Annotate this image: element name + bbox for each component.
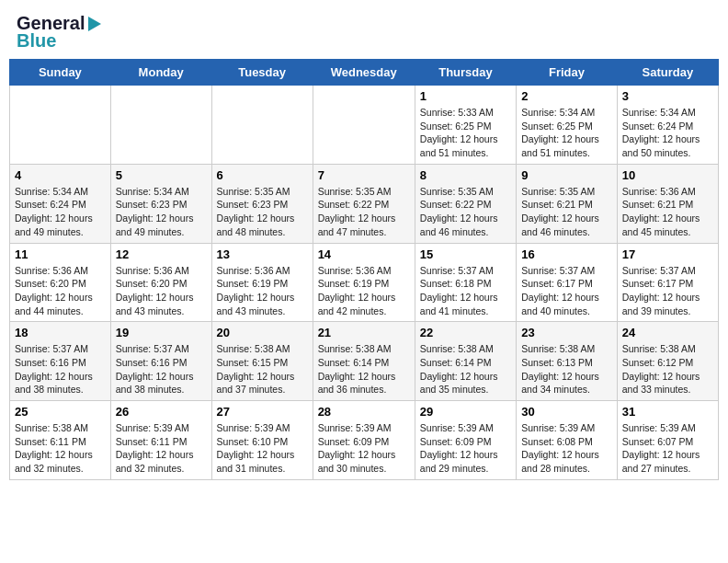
day-number: 3 (622, 89, 713, 103)
calendar-cell: 25Sunrise: 5:38 AMSunset: 6:11 PMDayligh… (10, 401, 111, 480)
day-number: 5 (116, 168, 207, 182)
calendar-cell: 19Sunrise: 5:37 AMSunset: 6:16 PMDayligh… (110, 322, 211, 401)
logo: General Blue (17, 13, 101, 52)
day-info: Sunrise: 5:35 AMSunset: 6:21 PMDaylight:… (521, 185, 612, 239)
day-info: Sunrise: 5:34 AMSunset: 6:23 PMDaylight:… (116, 185, 207, 239)
day-number: 28 (318, 405, 410, 419)
calendar-cell: 16Sunrise: 5:37 AMSunset: 6:17 PMDayligh… (517, 243, 618, 322)
day-info: Sunrise: 5:33 AMSunset: 6:25 PMDaylight:… (420, 106, 511, 160)
calendar-cell: 2Sunrise: 5:34 AMSunset: 6:25 PMDaylight… (517, 86, 618, 165)
day-number: 9 (521, 168, 612, 182)
calendar-cell: 4Sunrise: 5:34 AMSunset: 6:24 PMDaylight… (10, 164, 111, 243)
calendar-cell (110, 86, 211, 165)
day-number: 26 (116, 405, 207, 419)
calendar-header-row: SundayMondayTuesdayWednesdayThursdayFrid… (10, 60, 719, 86)
header-day-saturday: Saturday (617, 60, 718, 86)
day-info: Sunrise: 5:38 AMSunset: 6:14 PMDaylight:… (420, 342, 511, 396)
calendar-cell: 31Sunrise: 5:39 AMSunset: 6:07 PMDayligh… (617, 401, 718, 480)
day-number: 18 (15, 326, 106, 339)
header-day-monday: Monday (110, 60, 211, 86)
calendar-cell: 26Sunrise: 5:39 AMSunset: 6:11 PMDayligh… (110, 401, 211, 480)
calendar-cell (313, 86, 415, 165)
calendar-cell: 1Sunrise: 5:33 AMSunset: 6:25 PMDaylight… (415, 86, 516, 165)
logo-arrow-icon (88, 17, 101, 31)
calendar-cell: 30Sunrise: 5:39 AMSunset: 6:08 PMDayligh… (517, 401, 618, 480)
calendar-week-3: 11Sunrise: 5:36 AMSunset: 6:20 PMDayligh… (10, 243, 719, 322)
day-number: 6 (217, 168, 308, 182)
day-number: 16 (521, 247, 612, 261)
day-info: Sunrise: 5:37 AMSunset: 6:18 PMDaylight:… (420, 264, 511, 318)
day-number: 22 (420, 326, 511, 339)
day-info: Sunrise: 5:38 AMSunset: 6:15 PMDaylight:… (217, 342, 308, 396)
calendar-cell: 21Sunrise: 5:38 AMSunset: 6:14 PMDayligh… (313, 322, 415, 401)
calendar-cell: 18Sunrise: 5:37 AMSunset: 6:16 PMDayligh… (10, 322, 111, 401)
day-info: Sunrise: 5:37 AMSunset: 6:16 PMDaylight:… (15, 342, 106, 396)
calendar-cell (211, 86, 313, 165)
calendar-cell: 24Sunrise: 5:38 AMSunset: 6:12 PMDayligh… (617, 322, 718, 401)
day-number: 19 (116, 326, 207, 339)
day-number: 29 (420, 405, 511, 419)
calendar-cell: 20Sunrise: 5:38 AMSunset: 6:15 PMDayligh… (211, 322, 313, 401)
day-number: 24 (622, 326, 713, 339)
day-info: Sunrise: 5:37 AMSunset: 6:17 PMDaylight:… (622, 264, 713, 318)
calendar-cell: 14Sunrise: 5:36 AMSunset: 6:19 PMDayligh… (313, 243, 415, 322)
calendar-cell: 28Sunrise: 5:39 AMSunset: 6:09 PMDayligh… (313, 401, 415, 480)
day-info: Sunrise: 5:38 AMSunset: 6:13 PMDaylight:… (521, 342, 612, 396)
day-info: Sunrise: 5:35 AMSunset: 6:23 PMDaylight:… (217, 185, 308, 239)
day-info: Sunrise: 5:38 AMSunset: 6:12 PMDaylight:… (622, 342, 713, 396)
day-number: 11 (15, 247, 106, 261)
calendar-table: SundayMondayTuesdayWednesdayThursdayFrid… (9, 59, 719, 480)
day-number: 1 (420, 89, 511, 103)
day-number: 17 (622, 247, 713, 261)
day-number: 2 (521, 89, 612, 103)
header-day-sunday: Sunday (10, 60, 111, 86)
day-info: Sunrise: 5:34 AMSunset: 6:24 PMDaylight:… (15, 185, 106, 239)
day-info: Sunrise: 5:39 AMSunset: 6:11 PMDaylight:… (116, 421, 207, 476)
calendar-cell: 29Sunrise: 5:39 AMSunset: 6:09 PMDayligh… (415, 401, 516, 480)
calendar-week-2: 4Sunrise: 5:34 AMSunset: 6:24 PMDaylight… (10, 164, 719, 243)
day-number: 23 (521, 326, 612, 339)
calendar-cell: 9Sunrise: 5:35 AMSunset: 6:21 PMDaylight… (517, 164, 618, 243)
day-info: Sunrise: 5:35 AMSunset: 6:22 PMDaylight:… (420, 185, 511, 239)
day-info: Sunrise: 5:38 AMSunset: 6:11 PMDaylight:… (15, 421, 106, 476)
calendar-week-5: 25Sunrise: 5:38 AMSunset: 6:11 PMDayligh… (10, 401, 719, 480)
calendar-cell: 7Sunrise: 5:35 AMSunset: 6:22 PMDaylight… (313, 164, 415, 243)
header-day-thursday: Thursday (415, 60, 516, 86)
day-number: 14 (318, 247, 410, 261)
day-info: Sunrise: 5:39 AMSunset: 6:09 PMDaylight:… (318, 421, 410, 476)
day-number: 12 (116, 247, 207, 261)
calendar-cell: 23Sunrise: 5:38 AMSunset: 6:13 PMDayligh… (517, 322, 618, 401)
calendar-cell: 22Sunrise: 5:38 AMSunset: 6:14 PMDayligh… (415, 322, 516, 401)
day-info: Sunrise: 5:35 AMSunset: 6:22 PMDaylight:… (318, 185, 410, 239)
day-info: Sunrise: 5:36 AMSunset: 6:20 PMDaylight:… (116, 264, 207, 318)
calendar-cell: 6Sunrise: 5:35 AMSunset: 6:23 PMDaylight… (211, 164, 313, 243)
page-header: General Blue (9, 9, 719, 55)
day-info: Sunrise: 5:38 AMSunset: 6:14 PMDaylight:… (318, 342, 410, 396)
day-info: Sunrise: 5:36 AMSunset: 6:21 PMDaylight:… (622, 185, 713, 239)
calendar-cell: 17Sunrise: 5:37 AMSunset: 6:17 PMDayligh… (617, 243, 718, 322)
calendar-cell: 3Sunrise: 5:34 AMSunset: 6:24 PMDaylight… (617, 86, 718, 165)
day-number: 13 (217, 247, 308, 261)
day-info: Sunrise: 5:39 AMSunset: 6:07 PMDaylight:… (622, 421, 713, 476)
day-info: Sunrise: 5:36 AMSunset: 6:19 PMDaylight:… (318, 264, 410, 318)
day-number: 15 (420, 247, 511, 261)
calendar-cell: 10Sunrise: 5:36 AMSunset: 6:21 PMDayligh… (617, 164, 718, 243)
day-info: Sunrise: 5:37 AMSunset: 6:17 PMDaylight:… (521, 264, 612, 318)
header-day-tuesday: Tuesday (211, 60, 313, 86)
calendar-cell: 12Sunrise: 5:36 AMSunset: 6:20 PMDayligh… (110, 243, 211, 322)
day-number: 30 (521, 405, 612, 419)
calendar-cell: 5Sunrise: 5:34 AMSunset: 6:23 PMDaylight… (110, 164, 211, 243)
day-info: Sunrise: 5:39 AMSunset: 6:10 PMDaylight:… (217, 421, 308, 476)
day-number: 8 (420, 168, 511, 182)
calendar-cell: 13Sunrise: 5:36 AMSunset: 6:19 PMDayligh… (211, 243, 313, 322)
day-info: Sunrise: 5:34 AMSunset: 6:24 PMDaylight:… (622, 106, 713, 160)
calendar-body: 1Sunrise: 5:33 AMSunset: 6:25 PMDaylight… (10, 86, 719, 480)
day-info: Sunrise: 5:37 AMSunset: 6:16 PMDaylight:… (116, 342, 207, 396)
calendar-cell: 8Sunrise: 5:35 AMSunset: 6:22 PMDaylight… (415, 164, 516, 243)
day-number: 10 (622, 168, 713, 182)
day-info: Sunrise: 5:34 AMSunset: 6:25 PMDaylight:… (521, 106, 612, 160)
day-number: 20 (217, 326, 308, 339)
day-number: 4 (15, 168, 106, 182)
day-info: Sunrise: 5:36 AMSunset: 6:19 PMDaylight:… (217, 264, 308, 318)
header-day-friday: Friday (517, 60, 618, 86)
